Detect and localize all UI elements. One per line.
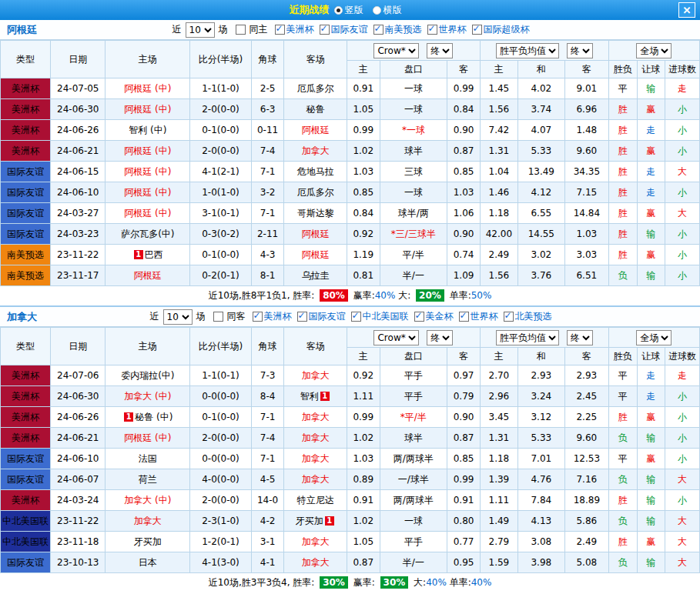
league-filters: 美洲杯国际友谊南美预选世界杯国际超级杯	[270, 23, 530, 37]
asian-home-odds: 0.91	[347, 490, 380, 511]
team-name: 阿根廷 (中)	[124, 145, 171, 156]
team-name: 加拿大	[134, 516, 162, 526]
col-type: 类型	[1, 328, 51, 365]
euro-time-select[interactable]: 终	[567, 43, 593, 58]
handicap-outcome: 输	[637, 265, 665, 286]
asian-away-odds: 1.03	[447, 182, 481, 203]
league-filter[interactable]: 美金杯	[409, 310, 454, 323]
match-row: 南美预选23-11-17阿根廷0-2(0-1)8-1乌拉圭0.81半/一1.09…	[1, 265, 700, 286]
col-asian-home: 主	[347, 61, 380, 78]
radio-vertical-layout[interactable]: 竖版	[334, 4, 363, 17]
match-date: 24-07-05	[51, 78, 106, 99]
match-type: 美洲杯	[1, 407, 51, 428]
league-filter[interactable]: 美洲杯	[247, 310, 292, 323]
same-venue-checkbox[interactable]	[236, 25, 246, 35]
league-filter[interactable]: 中北美国联	[346, 310, 409, 323]
league-checkbox[interactable]	[504, 312, 514, 322]
odds-provider-select[interactable]: Crow*	[373, 330, 419, 345]
score: 1-0(1-0)	[190, 182, 251, 203]
score: 1-1(0-1)	[190, 365, 251, 386]
league-checkbox[interactable]	[427, 25, 437, 35]
score: 0-2(0-1)	[190, 265, 251, 286]
league-checkbox[interactable]	[351, 312, 361, 322]
asian-time-select[interactable]: 终	[427, 330, 453, 345]
euro-lose-odds: 7.15	[564, 182, 608, 203]
asian-away-odds: 0.90	[447, 120, 481, 141]
league-filter[interactable]: 美洲杯	[270, 23, 314, 36]
odds-provider-select[interactable]: Crow*	[373, 43, 419, 58]
league-checkbox[interactable]	[459, 312, 469, 322]
team-name: 萨尔瓦多(中)	[121, 229, 174, 239]
league-checkbox[interactable]	[320, 25, 330, 35]
goals-outcome: 小	[665, 99, 700, 120]
league-checkbox[interactable]	[253, 312, 263, 322]
league-filter[interactable]: 世界杯	[454, 310, 498, 323]
matches-label: 场	[196, 310, 206, 323]
result-outcome: 胜	[608, 224, 637, 245]
euro-odds-select[interactable]: 胜平负均值	[496, 43, 559, 58]
league-filter[interactable]: 南美预选	[368, 23, 422, 36]
team-name: 加拿大	[302, 453, 330, 464]
results-table-canada: 类型 日期 主场 比分(半场) 角球 客场 Crow* 终 胜平负均值 终	[0, 327, 700, 573]
league-filter[interactable]: 国际超级杯	[467, 23, 530, 36]
league-label: 国际友谊	[309, 310, 346, 323]
home-team: 日本	[106, 552, 190, 573]
asian-time-select[interactable]: 终	[427, 43, 453, 58]
score: 0-1(0-0)	[190, 407, 251, 428]
team-name: 阿根廷 (中)	[124, 432, 171, 443]
euro-win-odds: 1.59	[480, 552, 517, 573]
asian-away-odds: 0.90	[447, 224, 481, 245]
league-checkbox[interactable]	[414, 312, 424, 322]
league-checkbox[interactable]	[275, 25, 285, 35]
match-row: 美洲杯24-03-24加拿大 (中)2-0(0-0)14-0特立尼达0.91两/…	[1, 490, 700, 511]
period-select[interactable]: 全场	[636, 330, 672, 345]
euro-draw-odds: 2.93	[517, 365, 564, 386]
euro-lose-odds: 12.53	[564, 449, 608, 469]
away-team: 秘鲁	[284, 99, 347, 120]
match-row: 国际友谊24-06-10阿根廷 (中)1-0(1-0)3-2厄瓜多尔0.85一球…	[1, 182, 700, 203]
home-team: 1秘鲁 (中)	[106, 407, 190, 428]
team-name: 智利	[300, 391, 319, 402]
away-team: 乌拉圭	[284, 265, 347, 286]
corners: 4-3	[251, 245, 284, 265]
matches-count-select[interactable]: 10	[186, 22, 215, 38]
result-outcome: 负	[608, 265, 637, 286]
handicap-outcome: 输	[637, 490, 665, 511]
match-type: 国际友谊	[1, 552, 51, 573]
result-outcome: 胜	[608, 407, 637, 428]
asian-away-odds: 0.87	[447, 428, 481, 449]
radio-horizontal-layout[interactable]: 横版	[373, 4, 402, 17]
period-select[interactable]: 全场	[636, 43, 672, 58]
euro-odds-select[interactable]: 胜平负均值	[496, 330, 559, 345]
team-name: 厄瓜多尔	[297, 187, 334, 198]
euro-draw-odds: 4.12	[517, 182, 564, 203]
league-filter[interactable]: 国际友谊	[314, 23, 368, 36]
close-button[interactable]: ✕	[678, 2, 695, 18]
euro-lose-odds: 2.93	[564, 365, 608, 386]
corners: 7-3	[251, 365, 284, 386]
euro-lose-odds: 1.03	[564, 224, 608, 245]
match-date: 24-06-26	[51, 120, 106, 141]
home-team: 阿根廷 (中)	[106, 162, 190, 182]
match-type: 国际友谊	[1, 449, 51, 469]
home-team: 阿根廷 (中)	[106, 428, 190, 449]
asian-home-odds: 0.89	[347, 469, 380, 490]
league-filter[interactable]: 国际友谊	[292, 310, 346, 323]
match-date: 24-03-24	[51, 490, 106, 511]
league-filter[interactable]: 北美预选	[498, 310, 552, 323]
same-venue-checkbox[interactable]	[213, 312, 223, 322]
col-home: 主场	[106, 328, 190, 365]
score: 4-1(2-1)	[190, 162, 251, 182]
league-label: 南美预选	[385, 23, 422, 36]
league-filter[interactable]: 世界杯	[422, 23, 467, 36]
col-away: 客场	[284, 328, 347, 365]
matches-count-select[interactable]: 10	[163, 309, 193, 325]
euro-time-select[interactable]: 终	[567, 330, 593, 345]
corners: 7-1	[251, 162, 284, 182]
league-checkbox[interactable]	[373, 25, 383, 35]
euro-lose-odds: 34.35	[564, 162, 608, 182]
euro-win-odds: 1.46	[480, 182, 517, 203]
league-checkbox[interactable]	[472, 25, 482, 35]
league-checkbox[interactable]	[297, 312, 307, 322]
period-controls: 全场	[608, 328, 699, 348]
